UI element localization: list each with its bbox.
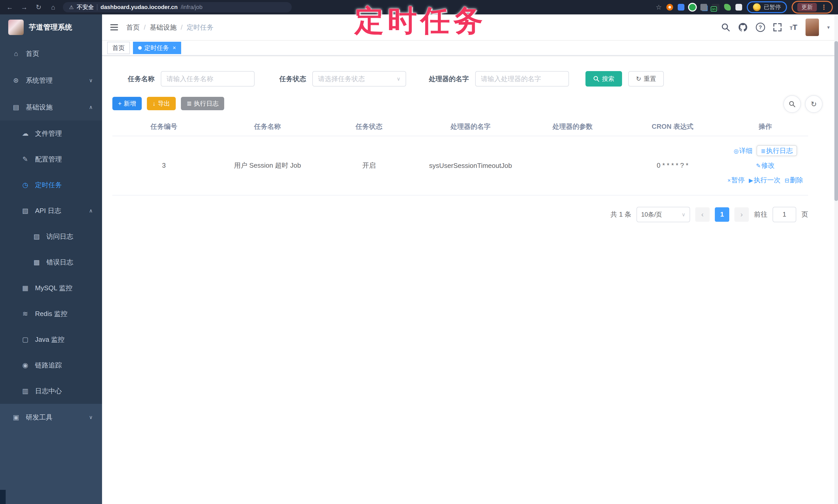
sidebar-item-error-log[interactable]: ▩ 错误日志 (0, 249, 102, 275)
breadcrumb: 首页 / 基础设施 / 定时任务 (126, 23, 213, 32)
sidebar-corner-block (0, 490, 6, 504)
sidebar-item-trace[interactable]: ◉ 链路追踪 (0, 352, 102, 378)
active-tab-dot (138, 46, 142, 50)
tab-job-active[interactable]: 定时任务 × (133, 42, 181, 54)
page-size-select[interactable]: 10条/页 ∨ (636, 207, 690, 222)
search-button[interactable]: 搜索 (586, 71, 622, 87)
cell-job-handler: sysUserSessionTimeoutJob (418, 136, 523, 195)
gear-icon: ⊛ (11, 76, 21, 85)
avatar-caret-icon[interactable]: ▾ (827, 24, 830, 30)
sidebar-item-log-center[interactable]: ▥ 日志中心 (0, 378, 102, 404)
breadcrumb-infra[interactable]: 基础设施 (150, 23, 176, 32)
collapse-sidebar-icon[interactable] (110, 24, 118, 30)
user-avatar[interactable] (805, 19, 819, 36)
close-tab-icon[interactable]: × (173, 44, 176, 51)
total-count: 共 1 条 (610, 210, 631, 219)
back-icon[interactable]: ← (5, 3, 14, 11)
sidebar-item-mysql[interactable]: ▦ MySQL 监控 (0, 275, 102, 301)
goto-page-input[interactable] (772, 207, 796, 222)
font-size-icon[interactable]: TT (790, 23, 797, 31)
sidebar-item-job[interactable]: ◷ 定时任务 (0, 172, 102, 198)
chrome-update-button[interactable]: 更新 (797, 3, 817, 12)
reload-icon[interactable]: ↻ (34, 3, 43, 11)
scrollbar-thumb[interactable] (834, 41, 838, 201)
reset-button[interactable]: ↻ 重置 (628, 71, 664, 87)
cell-job-param (523, 136, 623, 195)
search-icon[interactable] (721, 23, 730, 32)
col-header-cron: CRON 表达式 (623, 118, 722, 136)
detail-link[interactable]: ◎详细 (734, 147, 752, 155)
tags-view: 首页 定时任务 × (102, 41, 838, 56)
eye-icon: ◎ (734, 148, 738, 154)
row-exec-log-link[interactable]: ≣执行日志 (756, 145, 797, 156)
eye-icon: ◉ (21, 361, 30, 369)
run-once-link[interactable]: ▶执行一次 (749, 176, 781, 184)
sidebar-item-access-log[interactable]: ▨ 访问日志 (0, 223, 102, 249)
tab-label: 首页 (112, 44, 125, 52)
add-button[interactable]: + 新增 (112, 97, 142, 110)
exec-log-button-label: 执行日志 (194, 100, 219, 108)
extension-icon-orange[interactable] (666, 4, 673, 11)
delete-link[interactable]: ⊟删除 (785, 176, 803, 184)
edit-link[interactable]: ✎修改 (756, 161, 774, 169)
sidebar-item-label: Redis 监控 (35, 309, 68, 318)
pencil-icon: ✎ (756, 162, 761, 169)
sidebar-item-label: 研发工具 (26, 413, 53, 422)
help-icon[interactable]: ? (756, 23, 765, 32)
goto-label: 前往 (754, 210, 767, 219)
address-bar[interactable]: ⚠ 不安全 dashboard.yudao.iocoder.cn /infra/… (63, 2, 292, 12)
sidebar-item-system[interactable]: ⊛ 系统管理 ∨ (0, 67, 102, 94)
browser-menu-icon[interactable]: ⋮ (820, 3, 827, 11)
toggle-search-button[interactable] (783, 95, 801, 113)
profile-paused-annotation: 已暂停 (747, 1, 787, 13)
chevron-down-icon: ∨ (89, 77, 93, 84)
extension-icon-grid[interactable] (700, 4, 707, 11)
job-status-label: 任务状态 (279, 74, 306, 84)
job-name-input[interactable] (161, 71, 255, 87)
play-icon: ▶ (749, 177, 753, 184)
clock-icon: ◷ (21, 181, 30, 189)
exec-log-button[interactable]: ≣ 执行日志 (181, 97, 224, 110)
sidebar-devtools-section: ▣ 研发工具 ∨ (0, 404, 102, 504)
extension-icon-green[interactable] (689, 4, 696, 11)
fullscreen-icon[interactable] (773, 23, 782, 32)
forward-icon[interactable]: → (20, 3, 29, 11)
main-area: 首页 / 基础设施 / 定时任务 ? (102, 14, 838, 504)
extension-icon-on-badge[interactable]: on (712, 4, 719, 11)
cell-actions: ◎详细≣执行日志✎修改 ×暂停▶执行一次⊟删除 (722, 136, 808, 195)
sidebar-item-config[interactable]: ✎ 配置管理 (0, 146, 102, 172)
sidebar-item-label: 首页 (26, 49, 39, 58)
extension-icon-blue[interactable] (678, 4, 684, 11)
home-icon[interactable]: ⌂ (49, 3, 58, 11)
sidebar-item-java[interactable]: ▢ Java 监控 (0, 327, 102, 352)
handler-name-input[interactable] (475, 71, 569, 87)
url-domain: dashboard.yudao.iocoder.cn (101, 4, 178, 11)
prev-page-button[interactable]: ‹ (695, 207, 710, 222)
export-button-label: 导出 (158, 100, 170, 108)
sidebar-item-api-log[interactable]: ▧ API 日志 ∧ (0, 198, 102, 223)
top-navbar: 首页 / 基础设施 / 定时任务 ? (102, 14, 838, 41)
app-logo-row: 芋道管理系统 (0, 14, 102, 40)
sidebar-item-label: API 日志 (35, 206, 61, 215)
sidebar-item-home[interactable]: ⌂ 首页 (0, 40, 102, 67)
sidebar-item-label: Java 监控 (35, 335, 65, 344)
job-status-select[interactable]: 请选择任务状态 ∨ (312, 71, 406, 87)
sidebar-item-redis[interactable]: ≋ Redis 监控 (0, 301, 102, 327)
sidebar-item-file[interactable]: ☁ 文件管理 (0, 121, 102, 146)
extension-icon-sprout[interactable] (724, 4, 731, 11)
emoji-avatar[interactable] (753, 3, 761, 11)
bookmark-star-icon[interactable]: ☆ (656, 4, 662, 11)
navbar-actions: ? TT ▾ (721, 19, 830, 36)
sidebar-item-label: 错误日志 (46, 258, 73, 267)
page-number-active[interactable]: 1 (715, 207, 729, 222)
pause-link[interactable]: ×暂停 (728, 176, 745, 184)
tab-home[interactable]: 首页 (107, 42, 130, 54)
refresh-button[interactable]: ↻ (805, 95, 823, 113)
extensions-puzzle-icon[interactable] (735, 4, 742, 11)
sidebar-item-infra[interactable]: ▤ 基础设施 ∧ (0, 94, 102, 121)
github-icon[interactable] (738, 23, 748, 32)
sidebar-item-devtools[interactable]: ▣ 研发工具 ∨ (0, 404, 102, 431)
breadcrumb-home[interactable]: 首页 (126, 23, 140, 32)
next-page-button[interactable]: › (734, 207, 749, 222)
export-button[interactable]: ↓ 导出 (147, 97, 176, 110)
